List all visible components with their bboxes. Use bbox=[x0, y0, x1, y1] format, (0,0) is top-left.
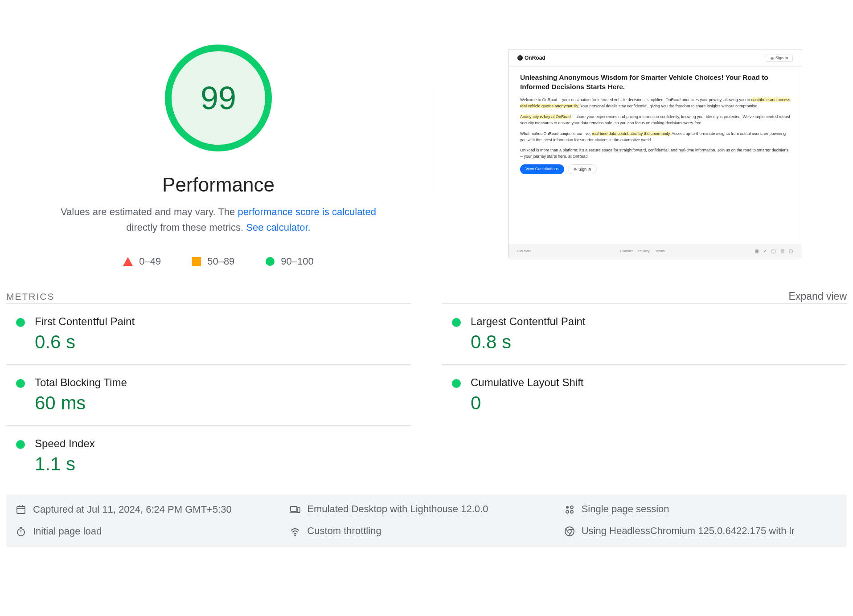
desc-text-prefix: Values are estimated and may vary. The bbox=[61, 206, 238, 217]
performance-gauge[interactable]: 99 bbox=[165, 45, 272, 151]
p2a-highlight: Anonymity is key at OnRoad bbox=[520, 114, 571, 119]
square-icon bbox=[192, 257, 201, 266]
browser-text[interactable]: Using HeadlessChromium 125.0.6422.175 wi… bbox=[582, 525, 795, 537]
calendar-icon bbox=[15, 504, 27, 515]
category-title: Performance bbox=[162, 174, 275, 196]
svg-rect-4 bbox=[291, 506, 297, 511]
screenshot-p3: What makes OnRoad unique is our live, re… bbox=[520, 131, 790, 143]
circle-icon bbox=[266, 257, 275, 266]
footer-privacy: Privacy bbox=[638, 249, 650, 253]
metric-lcp[interactable]: Largest Contentful Paint 0.8 s bbox=[442, 303, 847, 364]
p1c: Your personal details stay confidential,… bbox=[579, 104, 758, 108]
metric-lcp-name: Largest Contentful Paint bbox=[471, 315, 847, 328]
see-calculator-link[interactable]: See calculator. bbox=[246, 222, 310, 233]
svg-point-9 bbox=[566, 510, 569, 513]
metric-cls-value: 0 bbox=[471, 392, 847, 414]
devices-icon bbox=[289, 504, 301, 515]
footer-icons: ▣ ↗ ◯ ▤ ▢ bbox=[755, 249, 793, 253]
screenshot-title: Unleashing Anonymous Wisdom for Smarter … bbox=[520, 73, 790, 92]
metric-tbt-value: 60 ms bbox=[35, 392, 411, 414]
footer-icon-5: ▢ bbox=[789, 249, 793, 253]
metric-lcp-value: 0.8 s bbox=[471, 331, 847, 353]
screenshot-p1: Welcome to OnRoad -- your destination fo… bbox=[520, 97, 790, 110]
throttling-text[interactable]: Custom throttling bbox=[307, 525, 381, 537]
metric-fcp[interactable]: First Contentful Paint 0.6 s bbox=[6, 303, 411, 364]
metric-si-value: 1.1 s bbox=[35, 453, 411, 475]
svg-point-14 bbox=[295, 535, 295, 536]
screenshot-p4: OnRoad is more than a platform; it's a s… bbox=[520, 147, 790, 160]
footer-links: Contact Privacy Terms bbox=[620, 249, 665, 253]
brand-name: OnRoad bbox=[525, 55, 545, 61]
browser-info[interactable]: Using HeadlessChromium 125.0.6422.175 wi… bbox=[564, 525, 838, 537]
chrome-icon bbox=[564, 526, 575, 537]
legend-average-label: 50–89 bbox=[207, 256, 234, 267]
signin-button-secondary: Sign In bbox=[568, 164, 597, 174]
p1a: Welcome to OnRoad -- your destination fo… bbox=[520, 98, 751, 102]
svg-point-8 bbox=[570, 506, 573, 509]
pass-dot-icon bbox=[16, 379, 25, 388]
screenshot-logo: OnRoad bbox=[517, 55, 545, 61]
initial-load-text: Initial page load bbox=[33, 526, 102, 537]
score-calculation-link[interactable]: performance score is calculated bbox=[238, 206, 376, 217]
vertical-divider bbox=[432, 89, 432, 192]
performance-score: 99 bbox=[201, 80, 236, 116]
desc-text-mid: directly from these metrics. bbox=[126, 222, 246, 233]
p3a: What makes OnRoad unique is our live, bbox=[520, 131, 592, 136]
legend-average: 50–89 bbox=[192, 256, 234, 267]
metric-fcp-name: First Contentful Paint bbox=[35, 315, 411, 328]
metric-tbt[interactable]: Total Blocking Time 60 ms bbox=[6, 364, 411, 425]
metric-si-name: Speed Index bbox=[35, 437, 411, 450]
expand-view-toggle[interactable]: Expand view bbox=[789, 290, 847, 302]
footer-brand: OnRoad bbox=[517, 249, 531, 253]
footer-icon-2: ↗ bbox=[763, 249, 767, 253]
pass-dot-icon bbox=[452, 318, 461, 327]
performance-description: Values are estimated and may vary. The p… bbox=[49, 204, 388, 235]
footer-icon-4: ▤ bbox=[780, 249, 784, 253]
session-text[interactable]: Single page session bbox=[582, 503, 669, 515]
legend-fail-label: 0–49 bbox=[139, 256, 161, 267]
emulated-device[interactable]: Emulated Desktop with Lighthouse 12.0.0 bbox=[289, 503, 563, 515]
pass-dot-icon bbox=[452, 379, 461, 388]
screenshot-buttons: View Contributions Sign In bbox=[520, 164, 790, 174]
metric-cls[interactable]: Cumulative Layout Shift 0 bbox=[442, 364, 847, 425]
emulated-device-text[interactable]: Emulated Desktop with Lighthouse 12.0.0 bbox=[307, 503, 488, 515]
svg-line-18 bbox=[566, 528, 568, 532]
metric-tbt-name: Total Blocking Time bbox=[35, 376, 411, 389]
samples-icon bbox=[564, 504, 575, 515]
metric-si[interactable]: Speed Index 1.1 s bbox=[6, 425, 411, 486]
pass-dot-icon bbox=[16, 440, 25, 449]
logo-icon bbox=[517, 55, 523, 61]
screenshot-body: Unleashing Anonymous Wisdom for Smarter … bbox=[509, 67, 802, 244]
legend-fail: 0–49 bbox=[123, 256, 161, 267]
pass-dot-icon bbox=[16, 318, 25, 327]
legend-pass: 90–100 bbox=[266, 256, 313, 267]
signin-label: Sign In bbox=[775, 56, 788, 60]
footer-icon-3: ◯ bbox=[771, 249, 776, 253]
p3b-highlight: real-time data contributed by the commun… bbox=[592, 131, 671, 136]
metrics-heading: METRICS bbox=[6, 291, 55, 302]
captured-at: Captured at Jul 11, 2024, 6:24 PM GMT+5:… bbox=[15, 503, 289, 515]
svg-rect-0 bbox=[17, 506, 25, 514]
footer-contact: Contact bbox=[620, 249, 633, 253]
view-contributions-button: View Contributions bbox=[520, 164, 564, 174]
stopwatch-icon bbox=[15, 526, 27, 537]
svg-point-10 bbox=[570, 510, 573, 513]
triangle-icon bbox=[123, 257, 133, 266]
captured-at-text: Captured at Jul 11, 2024, 6:24 PM GMT+5:… bbox=[33, 504, 232, 515]
screenshot-footer: OnRoad Contact Privacy Terms ▣ ↗ ◯ ▤ ▢ bbox=[509, 244, 802, 258]
screenshot-p2: Anonymity is key at OnRoad -- share your… bbox=[520, 114, 790, 126]
runtime-settings: Captured at Jul 11, 2024, 6:24 PM GMT+5:… bbox=[6, 494, 847, 547]
network-icon bbox=[289, 526, 301, 537]
legend-pass-label: 90–100 bbox=[281, 256, 313, 267]
screenshot-signin-button: Sign In bbox=[766, 54, 793, 62]
svg-point-7 bbox=[566, 506, 569, 509]
screenshot-header: OnRoad Sign In bbox=[509, 49, 802, 67]
footer-icon-1: ▣ bbox=[755, 249, 759, 253]
page-screenshot[interactable]: OnRoad Sign In Unleashing Anonymous Wisd… bbox=[508, 49, 802, 258]
session-info[interactable]: Single page session bbox=[564, 503, 838, 515]
throttling-info[interactable]: Custom throttling bbox=[289, 525, 563, 537]
footer-terms: Terms bbox=[655, 249, 665, 253]
initial-load: Initial page load bbox=[15, 525, 289, 537]
metric-cls-name: Cumulative Layout Shift bbox=[471, 376, 847, 389]
score-legend: 0–49 50–89 90–100 bbox=[123, 256, 314, 267]
